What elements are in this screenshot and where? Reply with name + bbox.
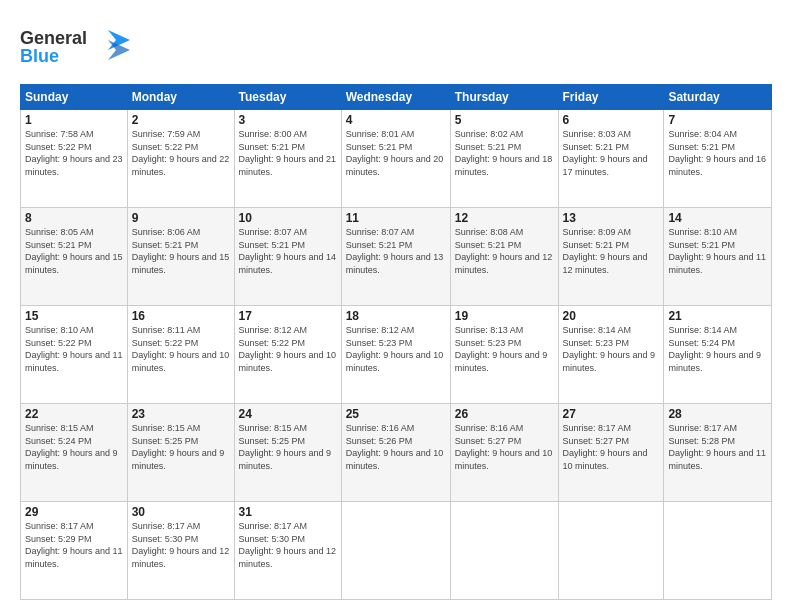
calendar-cell: 3 Sunrise: 8:00 AMSunset: 5:21 PMDayligh…: [234, 110, 341, 208]
day-info: Sunrise: 8:12 AMSunset: 5:22 PMDaylight:…: [239, 325, 337, 373]
calendar-cell: 21 Sunrise: 8:14 AMSunset: 5:24 PMDaylig…: [664, 306, 772, 404]
calendar-cell: [664, 502, 772, 600]
day-info: Sunrise: 8:09 AMSunset: 5:21 PMDaylight:…: [563, 227, 648, 275]
weekday-header-saturday: Saturday: [664, 85, 772, 110]
day-info: Sunrise: 8:14 AMSunset: 5:24 PMDaylight:…: [668, 325, 761, 373]
calendar-cell: 1 Sunrise: 7:58 AMSunset: 5:22 PMDayligh…: [21, 110, 128, 208]
day-number: 29: [25, 505, 123, 519]
calendar-cell: 25 Sunrise: 8:16 AMSunset: 5:26 PMDaylig…: [341, 404, 450, 502]
calendar-cell: 13 Sunrise: 8:09 AMSunset: 5:21 PMDaylig…: [558, 208, 664, 306]
svg-text:General: General: [20, 28, 87, 48]
calendar-cell: [341, 502, 450, 600]
day-info: Sunrise: 8:10 AMSunset: 5:21 PMDaylight:…: [668, 227, 766, 275]
calendar-cell: 4 Sunrise: 8:01 AMSunset: 5:21 PMDayligh…: [341, 110, 450, 208]
day-number: 17: [239, 309, 337, 323]
day-info: Sunrise: 8:02 AMSunset: 5:21 PMDaylight:…: [455, 129, 553, 177]
calendar-cell: 12 Sunrise: 8:08 AMSunset: 5:21 PMDaylig…: [450, 208, 558, 306]
calendar-cell: 6 Sunrise: 8:03 AMSunset: 5:21 PMDayligh…: [558, 110, 664, 208]
day-number: 22: [25, 407, 123, 421]
logo-text: General Blue: [20, 22, 130, 74]
calendar-cell: 26 Sunrise: 8:16 AMSunset: 5:27 PMDaylig…: [450, 404, 558, 502]
day-number: 24: [239, 407, 337, 421]
day-number: 27: [563, 407, 660, 421]
calendar-cell: 2 Sunrise: 7:59 AMSunset: 5:22 PMDayligh…: [127, 110, 234, 208]
day-info: Sunrise: 8:14 AMSunset: 5:23 PMDaylight:…: [563, 325, 656, 373]
day-info: Sunrise: 8:07 AMSunset: 5:21 PMDaylight:…: [346, 227, 444, 275]
day-number: 16: [132, 309, 230, 323]
week-row-5: 29 Sunrise: 8:17 AMSunset: 5:29 PMDaylig…: [21, 502, 772, 600]
day-number: 7: [668, 113, 767, 127]
weekday-header-monday: Monday: [127, 85, 234, 110]
day-number: 15: [25, 309, 123, 323]
calendar-cell: 15 Sunrise: 8:10 AMSunset: 5:22 PMDaylig…: [21, 306, 128, 404]
weekday-header-friday: Friday: [558, 85, 664, 110]
calendar-cell: 30 Sunrise: 8:17 AMSunset: 5:30 PMDaylig…: [127, 502, 234, 600]
day-info: Sunrise: 8:15 AMSunset: 5:25 PMDaylight:…: [239, 423, 332, 471]
calendar-cell: 31 Sunrise: 8:17 AMSunset: 5:30 PMDaylig…: [234, 502, 341, 600]
day-number: 12: [455, 211, 554, 225]
day-info: Sunrise: 8:07 AMSunset: 5:21 PMDaylight:…: [239, 227, 337, 275]
day-number: 31: [239, 505, 337, 519]
calendar-cell: 9 Sunrise: 8:06 AMSunset: 5:21 PMDayligh…: [127, 208, 234, 306]
day-info: Sunrise: 8:16 AMSunset: 5:27 PMDaylight:…: [455, 423, 553, 471]
day-number: 3: [239, 113, 337, 127]
day-info: Sunrise: 8:10 AMSunset: 5:22 PMDaylight:…: [25, 325, 123, 373]
day-number: 14: [668, 211, 767, 225]
day-number: 28: [668, 407, 767, 421]
day-number: 9: [132, 211, 230, 225]
day-number: 5: [455, 113, 554, 127]
day-info: Sunrise: 8:06 AMSunset: 5:21 PMDaylight:…: [132, 227, 230, 275]
day-number: 13: [563, 211, 660, 225]
calendar-cell: 7 Sunrise: 8:04 AMSunset: 5:21 PMDayligh…: [664, 110, 772, 208]
day-info: Sunrise: 8:17 AMSunset: 5:29 PMDaylight:…: [25, 521, 123, 569]
weekday-header-tuesday: Tuesday: [234, 85, 341, 110]
calendar-cell: [558, 502, 664, 600]
week-row-3: 15 Sunrise: 8:10 AMSunset: 5:22 PMDaylig…: [21, 306, 772, 404]
day-number: 4: [346, 113, 446, 127]
day-info: Sunrise: 7:58 AMSunset: 5:22 PMDaylight:…: [25, 129, 123, 177]
day-number: 26: [455, 407, 554, 421]
calendar-cell: 28 Sunrise: 8:17 AMSunset: 5:28 PMDaylig…: [664, 404, 772, 502]
day-info: Sunrise: 8:15 AMSunset: 5:25 PMDaylight:…: [132, 423, 225, 471]
day-info: Sunrise: 8:01 AMSunset: 5:21 PMDaylight:…: [346, 129, 444, 177]
day-number: 6: [563, 113, 660, 127]
day-info: Sunrise: 8:16 AMSunset: 5:26 PMDaylight:…: [346, 423, 444, 471]
day-number: 8: [25, 211, 123, 225]
calendar-cell: 14 Sunrise: 8:10 AMSunset: 5:21 PMDaylig…: [664, 208, 772, 306]
calendar-cell: 5 Sunrise: 8:02 AMSunset: 5:21 PMDayligh…: [450, 110, 558, 208]
calendar-cell: 20 Sunrise: 8:14 AMSunset: 5:23 PMDaylig…: [558, 306, 664, 404]
day-number: 10: [239, 211, 337, 225]
calendar-cell: 10 Sunrise: 8:07 AMSunset: 5:21 PMDaylig…: [234, 208, 341, 306]
day-info: Sunrise: 8:03 AMSunset: 5:21 PMDaylight:…: [563, 129, 648, 177]
calendar-cell: 29 Sunrise: 8:17 AMSunset: 5:29 PMDaylig…: [21, 502, 128, 600]
day-number: 19: [455, 309, 554, 323]
day-number: 30: [132, 505, 230, 519]
day-number: 11: [346, 211, 446, 225]
day-info: Sunrise: 8:13 AMSunset: 5:23 PMDaylight:…: [455, 325, 548, 373]
weekday-header-sunday: Sunday: [21, 85, 128, 110]
day-info: Sunrise: 8:12 AMSunset: 5:23 PMDaylight:…: [346, 325, 444, 373]
calendar-cell: [450, 502, 558, 600]
day-info: Sunrise: 8:00 AMSunset: 5:21 PMDaylight:…: [239, 129, 337, 177]
svg-text:Blue: Blue: [20, 46, 59, 66]
day-info: Sunrise: 8:17 AMSunset: 5:30 PMDaylight:…: [239, 521, 337, 569]
day-number: 1: [25, 113, 123, 127]
day-info: Sunrise: 7:59 AMSunset: 5:22 PMDaylight:…: [132, 129, 230, 177]
day-number: 20: [563, 309, 660, 323]
day-info: Sunrise: 8:05 AMSunset: 5:21 PMDaylight:…: [25, 227, 123, 275]
weekday-header-row: SundayMondayTuesdayWednesdayThursdayFrid…: [21, 85, 772, 110]
calendar-cell: 24 Sunrise: 8:15 AMSunset: 5:25 PMDaylig…: [234, 404, 341, 502]
day-info: Sunrise: 8:15 AMSunset: 5:24 PMDaylight:…: [25, 423, 118, 471]
calendar-cell: 22 Sunrise: 8:15 AMSunset: 5:24 PMDaylig…: [21, 404, 128, 502]
calendar-cell: 16 Sunrise: 8:11 AMSunset: 5:22 PMDaylig…: [127, 306, 234, 404]
week-row-2: 8 Sunrise: 8:05 AMSunset: 5:21 PMDayligh…: [21, 208, 772, 306]
day-number: 25: [346, 407, 446, 421]
page: General Blue SundayMondayTuesdayWednesda…: [0, 0, 792, 612]
day-info: Sunrise: 8:17 AMSunset: 5:30 PMDaylight:…: [132, 521, 230, 569]
weekday-header-wednesday: Wednesday: [341, 85, 450, 110]
day-info: Sunrise: 8:08 AMSunset: 5:21 PMDaylight:…: [455, 227, 553, 275]
calendar-cell: 23 Sunrise: 8:15 AMSunset: 5:25 PMDaylig…: [127, 404, 234, 502]
day-number: 2: [132, 113, 230, 127]
calendar-body: 1 Sunrise: 7:58 AMSunset: 5:22 PMDayligh…: [21, 110, 772, 600]
day-number: 23: [132, 407, 230, 421]
